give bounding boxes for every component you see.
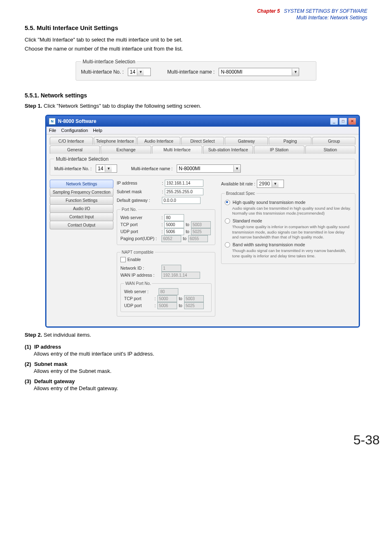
udp-port-from[interactable]: 5006: [164, 228, 184, 235]
nav-contact-output[interactable]: Contact Output: [50, 221, 113, 229]
nav-function-settings[interactable]: Function Settings: [50, 196, 113, 205]
radio-icon: [225, 200, 230, 205]
tab-co-interface[interactable]: C/O Interface: [50, 137, 93, 145]
step-1: Step 1. Click "Network Settings" tab to …: [25, 103, 367, 109]
wan-web-label: Web server :: [124, 289, 157, 294]
wan-tcp-from: 5000: [157, 295, 177, 302]
port-no-legend: Port No.: [120, 207, 138, 212]
default-gateway-input[interactable]: 0.0.0.0: [162, 197, 201, 204]
chapter-title-1: SYSTEM SETTINGS BY SOFTWARE: [281, 8, 367, 14]
maximize-button[interactable]: □: [339, 118, 347, 125]
default-gateway-label: Default gateway :: [117, 198, 160, 203]
tab-audio-interface[interactable]: Audio Interface: [137, 137, 180, 145]
paging-port-to: 6055: [188, 235, 208, 242]
network-id-input: 1: [161, 265, 181, 272]
paging-port-from: 6052: [161, 235, 181, 242]
tab-gateway[interactable]: Gateway: [225, 137, 268, 145]
nav-network-settings[interactable]: Network Settings: [50, 180, 113, 188]
mi-name-combo[interactable]: N-8000MI ▼: [219, 68, 299, 76]
chapter-title-2: Multi Interface: Network Settings: [296, 15, 367, 21]
tcp-port-label: TCP port: [120, 222, 160, 227]
radio-icon: [225, 242, 230, 247]
napt-group: NAPT compatible Enable Network ID : 1 WA…: [117, 250, 215, 317]
wan-port-legend: WAN Port No.: [124, 281, 152, 286]
wan-udp-to: 5025: [184, 302, 204, 309]
mi-no-combo[interactable]: 14 ▼: [128, 68, 151, 76]
opt-high-quality[interactable]: High quality sound transmission mode: [225, 200, 352, 205]
tcp-port-to: 5003: [191, 221, 211, 228]
section-title: 5.5. Multi Interface Unit Settings: [25, 24, 367, 31]
mi-name-value: N-8000MI: [221, 69, 242, 75]
tab-direct-select[interactable]: Direct Select: [181, 137, 224, 145]
available-bitrate-combo[interactable]: 2990 ▼: [257, 180, 284, 188]
wan-udp-label: UDP port: [124, 303, 153, 308]
titlebar: N N-8000 Software _ □ ✕: [46, 116, 359, 127]
inner-mi-no-combo[interactable]: 14 ▼: [96, 164, 117, 173]
mi-no-label: Multi-interface No. :: [81, 69, 124, 75]
nav-contact-input[interactable]: Contact Input: [50, 213, 113, 221]
udp-port-to: 5025: [191, 228, 211, 235]
selection-legend: Multi-interface Selection: [81, 59, 137, 65]
inner-mi-name-combo[interactable]: N-8000MI ▼: [177, 164, 241, 173]
menu-help[interactable]: Help: [93, 128, 102, 133]
nav-audio-io[interactable]: Audio I/O: [50, 204, 113, 213]
close-button[interactable]: ✕: [348, 118, 356, 125]
window-title: N-8000 Software: [58, 118, 96, 124]
napt-enable-check[interactable]: Enable: [120, 257, 141, 262]
checkbox-icon: [120, 257, 126, 262]
def-ip-address: (1) IP address: [25, 344, 367, 350]
available-bitrate-label: Available bit rate :: [221, 181, 255, 186]
subnet-mask-input[interactable]: 255.255.255.0: [165, 188, 203, 195]
intro-line-2: Choose the name or number of the multi i…: [25, 45, 367, 53]
mi-name-label: Multi-interface name :: [167, 69, 214, 75]
tab-ip-station[interactable]: IP Station: [254, 146, 304, 154]
napt-legend: NAPT compatible: [120, 250, 155, 254]
inner-selection-legend: Multi-interface Selection: [54, 156, 110, 162]
web-server-label: Web server: [120, 215, 160, 220]
chevron-down-icon: ▼: [272, 180, 279, 187]
tab-telephone-interface[interactable]: Telephone Interface: [94, 137, 137, 145]
opt-standard[interactable]: Standard mode: [225, 218, 352, 224]
opt-standard-label: Standard mode: [233, 218, 262, 224]
menu-configuration[interactable]: Configuration: [61, 128, 88, 133]
tab-general[interactable]: General: [50, 146, 100, 154]
tab-group[interactable]: Group: [312, 137, 355, 145]
multi-interface-selection-box: Multi-interface Selection Multi-interfac…: [76, 59, 316, 81]
ip-address-input[interactable]: 192.168.1.14: [165, 180, 203, 187]
chevron-down-icon: ▼: [233, 165, 240, 172]
opt-bandwidth-saving[interactable]: Band width saving transmission mode: [225, 242, 352, 247]
opt-bandwidth-saving-label: Band width saving transmission mode: [233, 242, 305, 247]
app-window: N N-8000 Software _ □ ✕ File Configurati…: [45, 115, 360, 328]
chapter-header: Chapter 5 SYSTEM SETTINGS BY SOFTWARE Mu…: [25, 8, 367, 21]
wan-ip-input: 192.168.1.14: [161, 272, 200, 279]
intro-line-1: Click "Multi Interface" tab to select th…: [25, 36, 367, 44]
client-area: C/O Interface Telephone Interface Audio …: [46, 134, 359, 326]
tab-substation-interface[interactable]: Sub-station Interface: [203, 146, 253, 154]
opt-high-quality-desc: Audio signals can be transmitted in high…: [232, 206, 352, 216]
inner-mi-name-label: Multi-interface name :: [131, 166, 173, 171]
radio-icon: [225, 218, 230, 224]
wan-udp-from: 5006: [157, 302, 177, 309]
def-default-gateway: (3) Default gateway: [25, 378, 367, 384]
tcp-port-from[interactable]: 5000: [164, 221, 184, 228]
menubar: File Configuration Help: [46, 127, 359, 134]
wan-web-input: 80: [159, 288, 178, 295]
subsection-title: 5.5.1. Network settings: [25, 92, 367, 99]
menu-file[interactable]: File: [49, 128, 56, 133]
nav-sampling-frequency[interactable]: Sampling Frequency Correction: [50, 188, 113, 197]
minimize-button[interactable]: _: [330, 118, 338, 125]
step-2: Step 2. Set individual items.: [25, 332, 367, 338]
side-nav: Network Settings Sampling Frequency Corr…: [50, 180, 113, 318]
port-no-group: Port No. Web server : 80 TCP port : 5000…: [117, 207, 215, 245]
chapter-label: Chapter 5: [257, 8, 280, 14]
def-ip-address-desc: Allows entry of the multi interface unit…: [34, 351, 367, 357]
tab-exchange[interactable]: Exchange: [101, 146, 151, 154]
web-server-input[interactable]: 80: [164, 214, 184, 221]
tab-paging[interactable]: Paging: [269, 137, 312, 145]
opt-standard-desc: Though tone quality is inferior in compa…: [232, 224, 352, 240]
tab-multi-interface[interactable]: Multi Interface: [152, 146, 202, 154]
subnet-mask-label: Subnet mask: [117, 189, 160, 194]
chevron-down-icon: ▼: [137, 69, 144, 75]
wan-tcp-to: 5003: [184, 295, 204, 302]
tab-station[interactable]: Station: [305, 146, 355, 154]
